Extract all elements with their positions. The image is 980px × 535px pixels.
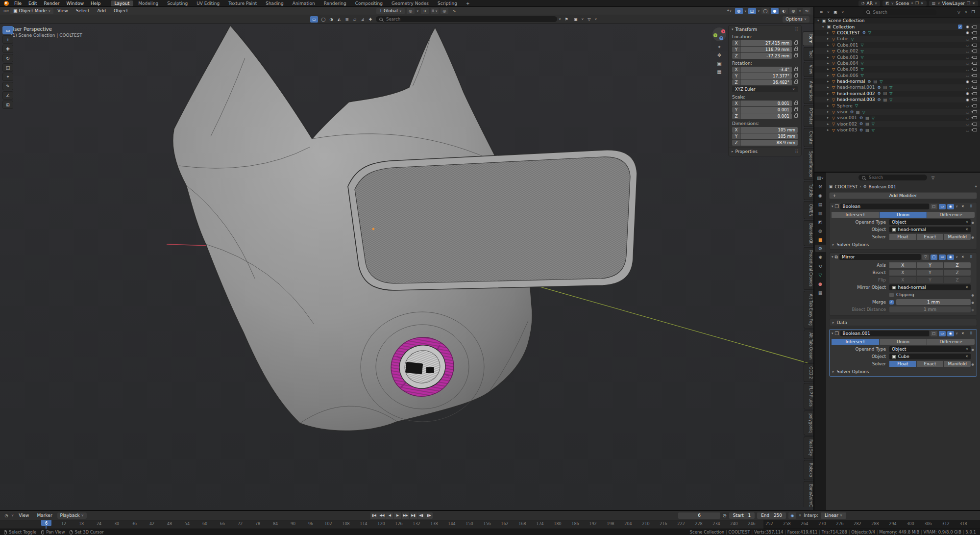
properties-tab[interactable]: ✱ — [815, 254, 826, 261]
toolbar-tool-button[interactable]: ✚ — [2, 45, 13, 53]
timeline-editor-icon[interactable]: ◷ — [2, 512, 10, 519]
scale-field[interactable]: Y0.001 — [732, 107, 798, 113]
lock-icon[interactable] — [794, 75, 798, 77]
eye-closed-icon[interactable]: ◡ — [966, 122, 969, 126]
solver-option[interactable]: Manifold — [944, 234, 971, 240]
operation-option[interactable]: Union — [880, 339, 927, 345]
expand-icon[interactable]: ▸ — [827, 31, 832, 35]
bisect-distance-field[interactable]: 1 mm — [889, 306, 971, 312]
location-field[interactable]: Y116.79 mm — [732, 47, 798, 52]
drag-handle-icon[interactable]: ⠿ — [968, 331, 975, 336]
realtime-toggle[interactable]: ▭ — [939, 331, 946, 336]
camera-disable-icon[interactable] — [973, 98, 977, 101]
camera-disable-icon[interactable] — [973, 80, 977, 83]
n-panel-tab[interactable]: polygoniq — [804, 410, 813, 435]
collapse-icon[interactable]: ▾ — [832, 204, 833, 208]
topbar-menu[interactable]: Window — [63, 0, 88, 7]
transport-button[interactable]: ◀ — [386, 512, 393, 519]
flip-option[interactable]: X — [889, 277, 916, 283]
expand-icon[interactable]: ▸ — [827, 92, 832, 96]
orientation-dropdown[interactable]: ⟂Global∨ — [376, 8, 405, 14]
workspace-tab[interactable]: Shading — [262, 0, 288, 6]
collection-checkbox[interactable]: ✓ — [958, 25, 962, 29]
camera-disable-icon[interactable] — [973, 116, 977, 119]
outliner-object-row[interactable]: ▸ ▽ Cube.001 ⚙ ▤ ▽ ◉◡ — [814, 42, 980, 48]
axis-option[interactable]: X — [889, 262, 916, 268]
transport-button[interactable]: ▮▶ — [425, 512, 433, 519]
shading-material-button[interactable]: ◐ — [780, 8, 788, 14]
pin-icon[interactable]: ⌖ — [975, 184, 977, 189]
axis-option[interactable]: Z — [944, 262, 971, 268]
new-scene-icon[interactable]: ❐ — [915, 1, 919, 5]
camera-disable-icon[interactable] — [973, 44, 977, 47]
outliner-object-row[interactable]: ▸ ▽ head-normal.001 ⚙ ▤ ▽ ◉◡ — [814, 84, 980, 90]
transport-button[interactable]: ▶▮ — [410, 512, 417, 519]
scale-field[interactable]: Z0.001 — [732, 113, 798, 119]
frame-end-field[interactable]: End 250 — [757, 512, 786, 519]
eye-closed-icon[interactable]: ◡ — [966, 85, 969, 90]
interp-dropdown[interactable]: Linear ∨ — [821, 512, 846, 519]
active-tool-icon[interactable]: ▭ — [310, 16, 318, 23]
unlink-scene-icon[interactable]: ✕ — [921, 1, 924, 5]
outliner-object-row[interactable]: ▸ ▽ visor.002 ⚙ ▤ ▽ ◉◡ — [814, 121, 980, 127]
remove-viewlayer-icon[interactable]: ✕ — [972, 1, 975, 5]
camera-disable-icon[interactable] — [973, 62, 977, 65]
transport-button[interactable]: ▶ — [394, 512, 401, 519]
viewport-menu[interactable]: Select — [72, 8, 94, 13]
toolbar-tool-button[interactable]: + — [2, 35, 13, 44]
modifier-name-field[interactable]: Mirror — [839, 254, 921, 260]
new-collection-icon[interactable]: ❐ — [969, 9, 977, 15]
bisect-option[interactable]: X — [889, 270, 916, 276]
pin-icon[interactable]: ⌖ — [911, 1, 913, 6]
camera-disable-icon[interactable] — [973, 123, 977, 126]
topbar-menu[interactable]: File — [11, 0, 25, 7]
filter-icon[interactable]: ▽ — [585, 16, 593, 23]
outliner-object-row[interactable]: ▸ ▽ Cube.004 ⚙ ▤ ▽ ◉◡ — [814, 60, 980, 66]
properties-tab[interactable]: ◍ — [815, 227, 826, 234]
object-picker[interactable]: ▣Cube✕ — [889, 354, 971, 359]
n-panel-tab[interactable]: Rokoko — [804, 460, 813, 480]
operand-type-dropdown[interactable]: Object∨ — [889, 346, 971, 352]
expand-icon[interactable]: ▸ — [827, 110, 832, 114]
operation-option[interactable]: Union — [880, 212, 927, 218]
camera-disable-icon[interactable] — [973, 86, 977, 89]
playback-dropdown[interactable]: Playback∨ — [57, 512, 87, 519]
eye-open-icon[interactable]: ◉ — [966, 25, 969, 29]
edit-mode-toggle[interactable]: □ — [931, 331, 937, 336]
n-panel-tab[interactable]: OCD 2 — [804, 363, 813, 382]
n-panel-tab[interactable]: Alt Tab Ocean — [804, 330, 813, 362]
workspace-tab[interactable]: Sculpting — [163, 0, 192, 6]
outliner-collection-row[interactable]: ▾ ▣ Collection ✓◉ — [814, 24, 980, 29]
outliner-object-row[interactable]: ▸ ▽ COOLTEST ⚙ ▤ ▽ ◉◡ — [814, 30, 980, 36]
properties-tab[interactable]: ⟲ — [815, 262, 826, 270]
close-icon[interactable]: ✕ — [959, 204, 966, 209]
axis-y-dot[interactable]: Y — [713, 33, 717, 37]
viewport-canvas[interactable]: User Perspective (1) Scene Collection | … — [0, 24, 813, 510]
tool-option-icon[interactable]: ⊞ — [343, 16, 351, 23]
n-panel-tab[interactable]: TzUtils — [804, 181, 813, 200]
outliner-scene-collection-row[interactable]: ▾ ▣ Scene Collection — [814, 18, 980, 24]
properties-tab[interactable]: ▦ — [815, 289, 826, 296]
edit-mode-toggle[interactable]: □ — [931, 255, 937, 260]
solver-option[interactable]: Manifold — [944, 361, 971, 367]
n-panel-tab[interactable]: Real Sky — [804, 436, 813, 459]
add-workspace-button[interactable]: + — [462, 0, 474, 6]
rotation-mode-dropdown[interactable]: XYZ Euler∨ — [732, 86, 798, 92]
viewlayer-selector[interactable]: ▥∨ViewLayer❐✕ — [929, 0, 978, 6]
mirror-object-picker[interactable]: ▣head-normal✕ — [889, 284, 971, 290]
expand-icon[interactable]: ▸ — [827, 55, 832, 59]
pan-hand-icon[interactable]: ✥ — [717, 53, 721, 58]
location-field[interactable]: X27.415 mm — [732, 40, 798, 46]
n-panel-tab[interactable]: BlenderKit — [804, 220, 813, 247]
properties-tab[interactable]: ■ — [815, 236, 826, 243]
dimension-field[interactable]: Y105 mm — [732, 133, 798, 139]
eye-closed-icon[interactable]: ◡ — [966, 61, 969, 65]
n-panel-tab[interactable]: Create — [804, 128, 813, 147]
eye-closed-icon[interactable]: ◡ — [966, 110, 969, 114]
pivot-point-dropdown[interactable]: ◎ — [407, 8, 415, 14]
blender-logo-icon[interactable] — [4, 1, 9, 6]
drag-handle-icon[interactable]: ⠿ — [795, 27, 798, 32]
toolbar-tool-button[interactable]: ∠ — [2, 91, 13, 100]
head-mesh[interactable] — [173, 25, 637, 431]
dimension-field[interactable]: X105 mm — [732, 127, 798, 133]
